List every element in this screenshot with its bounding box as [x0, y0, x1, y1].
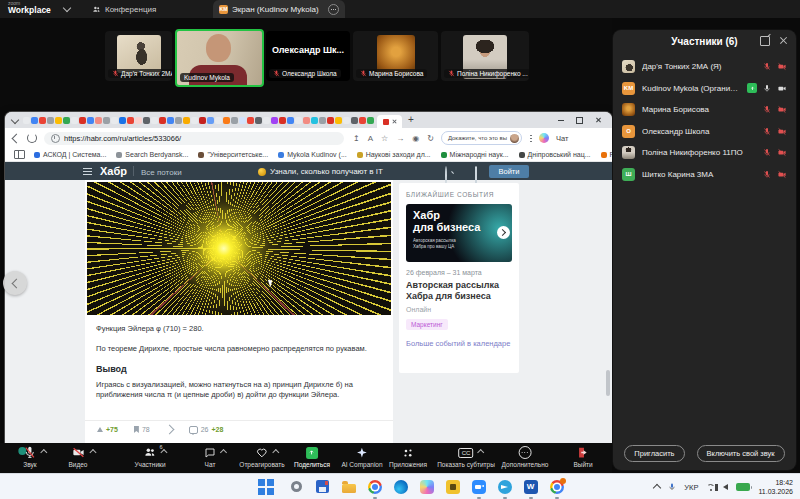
- mic-on-icon[interactable]: [763, 84, 771, 93]
- taskbar-app-icon[interactable]: [288, 478, 305, 495]
- leave-button[interactable]: Выйти: [573, 446, 592, 468]
- bookmark-item[interactable]: АСКОД | Система...: [34, 151, 106, 158]
- browser-tab-favicon[interactable]: [191, 117, 198, 124]
- mic-muted-icon[interactable]: [763, 127, 771, 136]
- video-tile-polina[interactable]: Поліна Никифоренко ...: [441, 31, 529, 81]
- browser-tab-favicon[interactable]: [255, 117, 262, 124]
- video-tile-oleksandr[interactable]: Олександр Шк... Олександр Школа: [266, 31, 350, 81]
- search-icon[interactable]: [445, 167, 447, 185]
- browser-tab-favicon[interactable]: [207, 117, 214, 124]
- wifi-icon[interactable]: [706, 484, 715, 491]
- toolbar-icon[interactable]: ↻: [427, 134, 434, 143]
- browser-tab-favicon[interactable]: [343, 117, 350, 124]
- rating[interactable]: +75: [97, 426, 118, 433]
- maximize-button[interactable]: [576, 117, 583, 124]
- camera-off-icon[interactable]: [777, 170, 787, 179]
- browser-tab-favicon[interactable]: [167, 117, 174, 124]
- browser-tab-favicon[interactable]: [23, 117, 30, 124]
- participants-options-chevron[interactable]: [160, 449, 167, 456]
- site-info-icon[interactable]: [51, 134, 60, 143]
- browser-tab-favicon[interactable]: [239, 117, 246, 124]
- address-bar[interactable]: https://habr.com/ru/articles/533066/: [44, 132, 344, 145]
- browser-tab-favicon[interactable]: [263, 117, 270, 124]
- apps-button[interactable]: Приложения: [389, 446, 427, 468]
- copilot-chat-label[interactable]: Чат: [556, 134, 568, 143]
- mic-muted-icon[interactable]: [763, 148, 771, 157]
- browser-tab-favicon[interactable]: [327, 117, 334, 124]
- login-button[interactable]: Войти: [489, 165, 529, 178]
- participant-row[interactable]: Поліна Никифоренко 11ПО: [613, 142, 796, 164]
- toolbar-icon[interactable]: ◉: [412, 134, 419, 143]
- browser-tab-favicon[interactable]: [95, 117, 102, 124]
- participant-row[interactable]: KM Kudinov Mykola (Организатор): [613, 78, 796, 100]
- invite-button[interactable]: Пригласить: [624, 445, 684, 462]
- mic-muted-icon[interactable]: [763, 62, 771, 71]
- browser-tab-favicon[interactable]: [319, 117, 326, 124]
- taskbar-app-icon[interactable]: [444, 478, 461, 495]
- browser-tab-favicon[interactable]: [39, 117, 46, 124]
- browser-tab-favicon[interactable]: [279, 117, 286, 124]
- video-tile-daria[interactable]: Дар'я Тонких 2МА: [105, 31, 172, 81]
- speaker-icon[interactable]: [723, 484, 728, 490]
- taskbar-app-icon[interactable]: [262, 478, 279, 495]
- bookmark-item[interactable]: Міжнародні наук...: [441, 151, 509, 158]
- tray-overflow-chevron[interactable]: [653, 484, 661, 492]
- tab-options-icon[interactable]: [328, 4, 339, 15]
- bookmark-item[interactable]: Mykola Kudinov (...: [278, 151, 347, 158]
- browser-tab-favicon[interactable]: [199, 117, 206, 124]
- page-scrollbar[interactable]: [606, 370, 610, 396]
- browser-tab-favicon[interactable]: [31, 117, 38, 124]
- bookmark-item[interactable]: Search Berdyansk...: [116, 151, 188, 158]
- browser-tab-favicon[interactable]: [87, 117, 94, 124]
- taskbar-app-icon[interactable]: [418, 478, 435, 495]
- taskbar-app-icon[interactable]: W: [522, 478, 539, 495]
- mic-muted-icon[interactable]: [763, 170, 771, 179]
- browser-tab-favicon[interactable]: [223, 117, 230, 124]
- ai-companion-button[interactable]: AI Companion: [341, 446, 382, 468]
- browser-tab-favicon[interactable]: [183, 117, 190, 124]
- toolbar-icon[interactable]: →: [396, 134, 404, 143]
- browser-tab-favicon[interactable]: [367, 117, 374, 124]
- browser-tab-favicon[interactable]: [303, 117, 310, 124]
- tab-meeting[interactable]: Конференция: [92, 0, 156, 18]
- event-title-link[interactable]: Авторская рассылка Хабра для бизнеса: [406, 280, 512, 303]
- battery-icon[interactable]: [736, 483, 750, 491]
- minimize-button[interactable]: [558, 120, 564, 121]
- camera-off-icon[interactable]: [777, 127, 787, 136]
- toolbar-icon[interactable]: ☆: [381, 134, 388, 143]
- back-button[interactable]: [12, 133, 22, 143]
- streams-dropdown[interactable]: Все потоки: [141, 168, 182, 177]
- captions-button[interactable]: CC Показать субтитры: [437, 446, 495, 468]
- unmute-button[interactable]: Включить свой звук: [697, 445, 785, 462]
- browser-tab-favicon[interactable]: [215, 117, 222, 124]
- chat-button[interactable]: Чат: [204, 446, 216, 468]
- taskbar-app-icon[interactable]: [340, 478, 357, 495]
- camera-off-icon[interactable]: [777, 148, 787, 157]
- browser-tab-favicon[interactable]: [111, 117, 118, 124]
- bookmark-item[interactable]: Наукові заходи дл...: [357, 151, 431, 158]
- taskbar-app-icon[interactable]: [314, 478, 331, 495]
- video-button[interactable]: Видео: [69, 446, 88, 468]
- refresh-button[interactable]: [27, 133, 37, 143]
- taskbar-app-icon[interactable]: [470, 478, 487, 495]
- chevron-down-icon[interactable]: [63, 4, 71, 12]
- next-banner-button[interactable]: [497, 226, 510, 239]
- language-indicator[interactable]: УКР: [684, 483, 698, 492]
- sandbox-icon[interactable]: [475, 167, 477, 185]
- browser-tab-favicon[interactable]: [55, 117, 62, 124]
- video-options-chevron[interactable]: [89, 449, 96, 456]
- browser-tab-favicon[interactable]: [335, 117, 342, 124]
- participant-row[interactable]: Дар'я Тонких 2МА (Я): [613, 56, 796, 78]
- react-button[interactable]: Отреагировать: [239, 446, 284, 468]
- browser-tab-favicon[interactable]: [175, 117, 182, 124]
- browser-tab-favicon[interactable]: [103, 117, 110, 124]
- taskbar-app-icon[interactable]: [392, 478, 409, 495]
- browser-tab-favicon[interactable]: [119, 117, 126, 124]
- browser-tab-favicon[interactable]: [135, 117, 142, 124]
- mic-muted-icon[interactable]: [763, 105, 771, 114]
- browser-tab-favicon[interactable]: [287, 117, 294, 124]
- browser-active-tab[interactable]: [377, 115, 402, 128]
- clock[interactable]: 18:42 11.03.2026: [758, 478, 793, 496]
- close-window-button[interactable]: [595, 117, 601, 123]
- collapse-panel-button[interactable]: [3, 271, 27, 295]
